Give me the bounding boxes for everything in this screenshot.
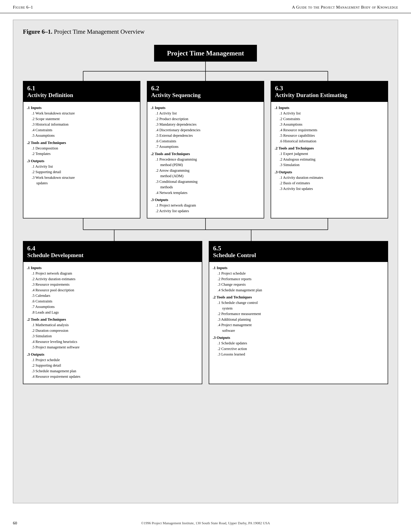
list-item: .2 Performance reports bbox=[213, 276, 384, 282]
list-item: .2 Constraints bbox=[275, 116, 384, 122]
box-6-3-s1-list: .1 Activity list .2 Constraints .3 Assum… bbox=[275, 111, 384, 144]
list-item: .2 Supporting detail bbox=[27, 169, 136, 175]
list-item: .1 Project network diagram bbox=[151, 203, 260, 208]
box-6-4: 6.4 Schedule Development .1 Inputs .1 Pr… bbox=[23, 241, 202, 384]
box-6-1-number: 6.1 bbox=[27, 85, 136, 92]
list-item: .3 Assumptions bbox=[275, 122, 384, 127]
list-item: .3 Lessons learned bbox=[213, 352, 384, 357]
box-6-5-s2-label: .2 Tools and Techniques bbox=[213, 295, 252, 299]
list-item: .6 Constraints bbox=[27, 299, 198, 304]
top-box: Project Time Management bbox=[154, 45, 257, 62]
list-item: .1 Schedule change control system bbox=[213, 300, 384, 311]
list-item: .7 Assumptions bbox=[151, 144, 260, 150]
box-6-2-title: Activity Sequencing bbox=[151, 92, 260, 99]
list-item: .1 Expert judgment bbox=[275, 151, 384, 157]
list-item: .5 Resource capabilities bbox=[275, 133, 384, 139]
box-6-4-s2-label: .2 Tools and Techniques bbox=[27, 317, 66, 322]
box-6-2-number: 6.2 bbox=[151, 85, 260, 92]
list-item: .4 Network templates bbox=[151, 190, 260, 196]
list-item: .1 Schedule updates bbox=[213, 341, 384, 346]
list-item: .3 Schedule management plan bbox=[27, 368, 198, 374]
list-item: .1 Project schedule bbox=[213, 271, 384, 276]
figure-title-bold: Figure 6–1. bbox=[23, 28, 52, 35]
list-item: .4 Resource leveling heuristics bbox=[27, 339, 198, 345]
box-6-5-number: 6.5 bbox=[213, 245, 384, 252]
list-item: .2 Corrective action bbox=[213, 346, 384, 352]
box-6-5-s2-list: .1 Schedule change control system .2 Per… bbox=[213, 300, 384, 333]
list-item: .1 Mathematical analysis bbox=[27, 322, 198, 328]
list-item: .2 Scope statement bbox=[27, 116, 136, 122]
list-item: .4 Project management software bbox=[213, 322, 384, 333]
box-6-4-s1-label: .1 Inputs bbox=[27, 266, 42, 270]
list-item: .2 Analogous estimating bbox=[275, 157, 384, 162]
box-6-3-s3-label: .3 Outputs bbox=[275, 170, 292, 174]
list-item: .1 Project schedule bbox=[27, 357, 198, 363]
list-item: .4 Schedule management plan bbox=[213, 287, 384, 293]
middle-connectors-svg bbox=[23, 218, 388, 241]
list-item: .4 Resource requirement updates bbox=[27, 374, 198, 380]
figure-title-text: Project Time Management Overview bbox=[54, 28, 145, 35]
box-6-1-title: Activity Definition bbox=[27, 92, 136, 99]
box-6-5: 6.5 Schedule Control .1 Inputs .1 Projec… bbox=[209, 241, 388, 384]
list-item: .2 Supporting detail bbox=[27, 363, 198, 368]
list-item: .3 Historical information bbox=[27, 122, 136, 127]
list-item: .3 Change requests bbox=[213, 282, 384, 287]
list-item: .2 Activity duration estimates bbox=[27, 276, 198, 282]
box-6-1-s3-list: .1 Activity list .2 Supporting detail .3… bbox=[27, 164, 136, 186]
list-item: .3 Work breakdown structure updates bbox=[27, 175, 136, 186]
box-6-3-header: 6.3 Activity Duration Estimating bbox=[271, 81, 388, 102]
list-item: .4 Resource pool description bbox=[27, 287, 198, 293]
list-item: .1 Precedence diagramming method (PDM) bbox=[151, 157, 260, 168]
box-6-5-body: .1 Inputs .1 Project schedule .2 Perform… bbox=[209, 262, 388, 361]
list-item: .5 Project management software bbox=[27, 344, 198, 350]
list-item: .2 Activity list updates bbox=[151, 208, 260, 214]
box-6-1-s1-label: .1 Inputs bbox=[27, 105, 42, 110]
list-item: .8 Leads and Lags bbox=[27, 310, 198, 315]
box-6-3-s1-label: .1 Inputs bbox=[275, 105, 289, 110]
box-6-2-s1-list: .1 Activity list .2 Product description … bbox=[151, 111, 260, 150]
list-item: .3 Mandatory dependencies bbox=[151, 122, 260, 127]
list-item: .5 Assumptions bbox=[27, 133, 136, 139]
box-6-3-s3-list: .1 Activity duration estimates .2 Basis … bbox=[275, 175, 384, 192]
box-6-3-number: 6.3 bbox=[275, 85, 384, 92]
list-item: .3 Activity list updates bbox=[275, 186, 384, 192]
box-6-1-s3-label: .3 Outputs bbox=[27, 159, 44, 163]
footer-copyright: ©1996 Project Management Institute, 130 … bbox=[141, 521, 270, 525]
box-6-4-s2-list: .1 Mathematical analysis .2 Duration com… bbox=[27, 322, 198, 350]
list-item: .2 Duration compression bbox=[27, 328, 198, 333]
page: Figure 6–1 A Guide to the Project Manage… bbox=[0, 0, 411, 532]
list-item: .3 Simulation bbox=[27, 333, 198, 339]
list-item: .2 Performance measurement bbox=[213, 311, 384, 317]
page-footer: 60 ©1996 Project Management Institute, 1… bbox=[0, 521, 411, 526]
box-6-1-header: 6.1 Activity Definition bbox=[23, 81, 140, 102]
box-6-2-body: .1 Inputs .1 Activity list .2 Product de… bbox=[147, 102, 264, 218]
box-6-5-header: 6.5 Schedule Control bbox=[209, 241, 388, 262]
box-6-4-s3-list: .1 Project schedule .2 Supporting detail… bbox=[27, 357, 198, 380]
list-item: .4 Discretionary dependencies bbox=[151, 127, 260, 133]
box-6-1-s2-label: .2 Tools and Techniques bbox=[27, 141, 66, 145]
list-item: .1 Activity duration estimates bbox=[275, 175, 384, 180]
list-item: .1 Work breakdown structure bbox=[27, 111, 136, 116]
list-item: .5 Calendars bbox=[27, 293, 198, 299]
list-item: .2 Templates bbox=[27, 151, 136, 157]
figure-title: Figure 6–1. Project Time Management Over… bbox=[23, 28, 388, 35]
list-item: .5 External dependencies bbox=[151, 133, 260, 139]
top-box-container: Project Time Management bbox=[23, 45, 388, 62]
list-item: .2 Arrow diagramming method (ADM) bbox=[151, 168, 260, 179]
box-6-2-s3-list: .1 Project network diagram .2 Activity l… bbox=[151, 203, 260, 214]
bottom-row-boxes: 6.4 Schedule Development .1 Inputs .1 Pr… bbox=[23, 241, 388, 384]
box-6-3-body: .1 Inputs .1 Activity list .2 Constraint… bbox=[271, 102, 388, 196]
list-item: .7 Assumptions bbox=[27, 304, 198, 310]
list-item: .3 Resource requirements bbox=[27, 282, 198, 287]
list-item: .2 Basis of estimates bbox=[275, 180, 384, 186]
box-6-4-s3-label: .3 Outputs bbox=[27, 352, 44, 356]
list-item: .3 Additional planning bbox=[213, 317, 384, 323]
box-6-1: 6.1 Activity Definition .1 Inputs .1 Wor… bbox=[23, 81, 140, 218]
list-item: .4 Constraints bbox=[27, 127, 136, 133]
box-6-1-s2-list: .1 Decomposition .2 Templates bbox=[27, 146, 136, 157]
box-6-2-s1-label: .1 Inputs bbox=[151, 105, 166, 110]
box-6-2-s2-label: .2 Tools and Techniques bbox=[151, 152, 190, 156]
box-6-3-s2-label: .2 Tools and Techniques bbox=[275, 146, 314, 150]
list-item: .6 Constraints bbox=[151, 139, 260, 144]
box-6-3: 6.3 Activity Duration Estimating .1 Inpu… bbox=[271, 81, 388, 218]
